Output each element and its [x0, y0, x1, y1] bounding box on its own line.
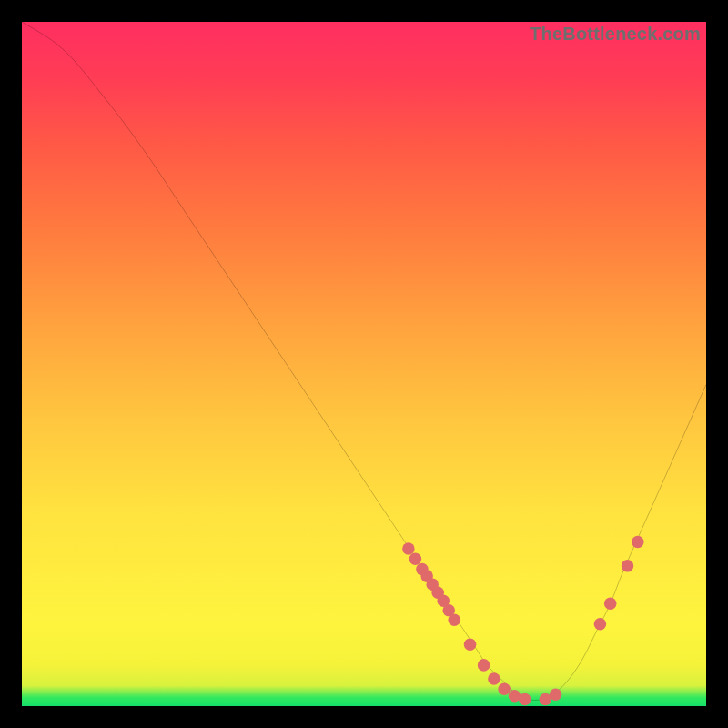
- data-marker: [550, 688, 562, 701]
- data-marker: [410, 553, 422, 566]
- chart-frame: TheBottleneck.com: [22, 22, 706, 706]
- data-marker: [604, 597, 617, 610]
- data-marker: [519, 693, 531, 706]
- data-marker: [622, 560, 634, 572]
- plot-area: TheBottleneck.com: [22, 22, 706, 706]
- data-marker: [402, 542, 415, 555]
- curve-markers: [402, 536, 643, 705]
- chart-svg: [22, 22, 706, 706]
- data-marker: [448, 613, 460, 626]
- data-marker: [632, 536, 644, 549]
- data-marker: [464, 639, 477, 652]
- data-marker: [594, 618, 607, 631]
- data-marker: [498, 682, 511, 695]
- watermark-text: TheBottleneck.com: [530, 24, 701, 45]
- bottleneck-curve: [22, 22, 706, 700]
- data-marker: [478, 659, 490, 672]
- data-marker: [488, 672, 500, 685]
